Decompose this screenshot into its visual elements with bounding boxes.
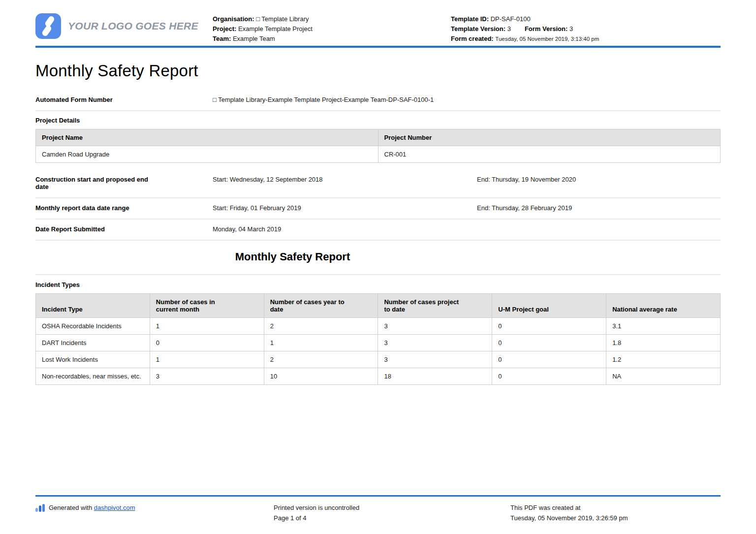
team-label: Team: [213, 35, 231, 42]
template-id-value: DP-SAF-0100 [491, 15, 531, 23]
report-range-row: Monthly report data date range Start: Fr… [35, 198, 721, 220]
created-at-line1: This PDF was created at [510, 503, 721, 513]
cell: 1 [150, 351, 264, 368]
cell: 1 [264, 335, 378, 351]
column-header: Project Number [378, 129, 721, 146]
column-header: Incident Type [36, 294, 150, 318]
organisation-line: Organisation: □ Template Library [213, 14, 313, 24]
logo: YOUR LOGO GOES HERE [35, 13, 198, 39]
form-created-value: Tuesday, 05 November 2019, 3:13:40 pm [495, 36, 599, 42]
table-row: Lost Work Incidents 1 2 3 0 1.2 [36, 351, 721, 368]
cell: 0 [492, 318, 606, 335]
column-header: U-M Project goal [492, 294, 606, 318]
column-header: Number of cases project to date [378, 294, 492, 318]
automated-form-number-value: □ Template Library-Example Template Proj… [213, 96, 721, 103]
organisation-value: □ Template Library [256, 15, 309, 23]
column-header: Project Name [36, 129, 378, 146]
project-number-cell: CR-001 [378, 146, 721, 163]
template-id-label: Template ID: [451, 15, 489, 23]
cell: DART Incidents [36, 335, 150, 351]
header-divider [35, 46, 721, 48]
construction-dates-row: Construction start and proposed end date… [35, 170, 721, 198]
cell: 18 [378, 368, 492, 385]
cell: 2 [264, 351, 378, 368]
cell: 10 [264, 368, 378, 385]
date-submitted-row: Date Report Submitted Monday, 04 March 2… [35, 220, 721, 241]
table-row: Non-recordables, near misses, etc. 3 10 … [36, 368, 721, 385]
cell: 3 [378, 335, 492, 351]
column-header: Number of cases year to date [264, 294, 378, 318]
team-value: Example Team [233, 35, 275, 42]
project-details-label: Project Details [35, 117, 721, 124]
project-label: Project: [213, 25, 236, 32]
cell: 0 [492, 335, 606, 351]
section-title: Monthly Safety Report [35, 251, 550, 263]
cell: 0 [492, 351, 606, 368]
report-range-end-value: End: Thursday, 28 February 2019 [477, 204, 721, 212]
header-template-block: Template ID: DP-SAF-0100 Template Versio… [451, 14, 599, 44]
table-row: DART Incidents 0 1 3 0 1.8 [36, 335, 721, 351]
project-details-section: Project Details Project Name Project Num… [35, 111, 721, 163]
cell: 0 [492, 368, 606, 385]
cell: NA [606, 368, 721, 385]
report-range-start-value: Start: Friday, 01 February 2019 [213, 204, 477, 212]
page-number: Page 1 of 4 [274, 513, 510, 523]
incident-types-section: Incident Types Incident Type Number of c… [35, 274, 721, 385]
construction-end-value: End: Thursday, 19 November 2020 [477, 176, 721, 190]
dashpivot-link[interactable]: dashpivot.com [94, 504, 135, 511]
footer-center: Printed version is uncontrolled Page 1 o… [274, 503, 510, 523]
page-title: Monthly Safety Report [35, 62, 721, 80]
automated-form-number-row: Automated Form Number □ Template Library… [35, 90, 721, 111]
project-name-cell: Camden Road Upgrade [36, 146, 378, 163]
organisation-label: Organisation: [213, 15, 254, 23]
construction-start-value: Start: Wednesday, 12 September 2018 [213, 176, 477, 190]
uncontrolled-text: Printed version is uncontrolled [274, 503, 510, 513]
project-value: Example Template Project [238, 25, 313, 32]
form-version-label: Form Version: [525, 25, 567, 32]
column-header: Number of cases in current month [150, 294, 264, 318]
document-page: YOUR LOGO GOES HERE Organisation: □ Temp… [0, 0, 756, 534]
incident-types-table: Incident Type Number of cases in current… [35, 293, 721, 385]
logo-placeholder-text: YOUR LOGO GOES HERE [68, 20, 198, 32]
cell: 2 [264, 318, 378, 335]
created-at-line2: Tuesday, 05 November 2019, 3:26:59 pm [510, 513, 721, 523]
cell: 1.8 [606, 335, 721, 351]
project-details-table: Project Name Project Number Camden Road … [35, 129, 721, 163]
cell: OSHA Recordable Incidents [36, 318, 150, 335]
footer-generated: Generated with dashpivot.com [35, 503, 274, 523]
cell: 1 [150, 318, 264, 335]
cell: 3 [378, 351, 492, 368]
table-row: OSHA Recordable Incidents 1 2 3 0 3.1 [36, 318, 721, 335]
project-line: Project: Example Template Project [213, 24, 313, 34]
generated-with-text: Generated with dashpivot.com [49, 503, 135, 513]
cell: 1.2 [606, 351, 721, 368]
report-range-label: Monthly report data date range [35, 204, 213, 212]
template-id-line: Template ID: DP-SAF-0100 [451, 14, 599, 24]
document-header: YOUR LOGO GOES HERE Organisation: □ Temp… [35, 0, 721, 48]
company-logo-icon [35, 13, 61, 39]
cell: Non-recordables, near misses, etc. [36, 368, 150, 385]
template-version-label: Template Version: [451, 25, 505, 32]
dashpivot-bars-icon [35, 504, 45, 512]
cell: 3.1 [606, 318, 721, 335]
automated-form-number-label: Automated Form Number [35, 96, 213, 103]
document-footer: Generated with dashpivot.com Printed ver… [35, 495, 721, 523]
column-header: National average rate [606, 294, 721, 318]
table-header-row: Project Name Project Number [36, 129, 721, 146]
footer-right: This PDF was created at Tuesday, 05 Nove… [510, 503, 721, 523]
date-submitted-label: Date Report Submitted [35, 225, 213, 233]
form-version-value: 3 [569, 25, 573, 32]
team-line: Team: Example Team [213, 34, 313, 44]
construction-dates-label: Construction start and proposed end date [35, 176, 213, 190]
version-line: Template Version: 3Form Version: 3 [451, 24, 599, 34]
cell: Lost Work Incidents [36, 351, 150, 368]
incident-types-label: Incident Types [35, 281, 721, 288]
cell: 3 [150, 368, 264, 385]
template-version-value: 3 [507, 25, 511, 32]
date-submitted-value: Monday, 04 March 2019 [213, 225, 477, 233]
table-header-row: Incident Type Number of cases in current… [36, 294, 721, 318]
cell: 0 [150, 335, 264, 351]
table-row: Camden Road Upgrade CR-001 [36, 146, 721, 163]
cell: 3 [378, 318, 492, 335]
form-created-label: Form created: [451, 35, 494, 42]
